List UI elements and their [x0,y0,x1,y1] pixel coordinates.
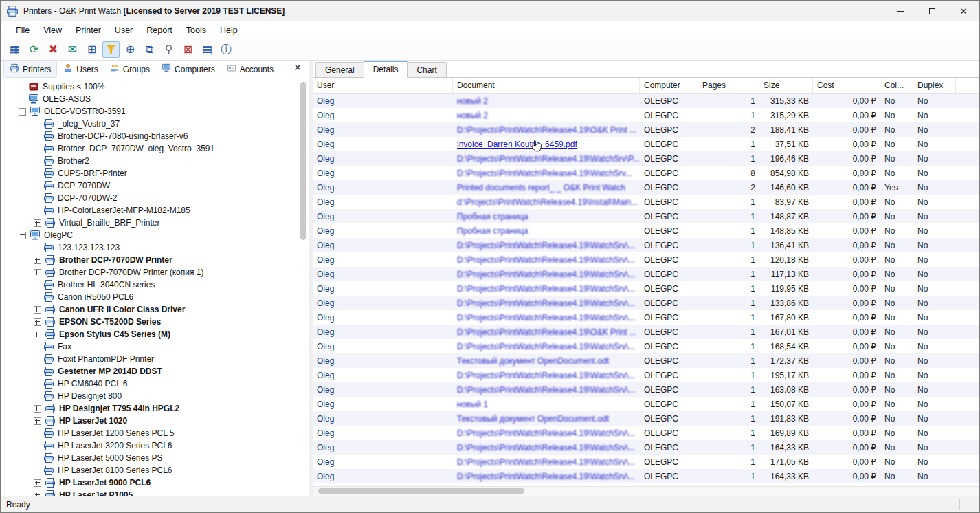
table-row[interactable]: OlegТекстовый документ OpenDocument.odtO… [313,411,979,426]
expand-plus-icon[interactable] [34,318,41,326]
close-button[interactable]: ✕ [948,1,979,21]
tree-item-123-123-123-123[interactable]: 123.123.123.123 [1,241,309,254]
tree-item-hp-designjet-800[interactable]: HP Designjet 800 [1,390,309,402]
tree-item-cups-brf-printer[interactable]: CUPS-BRF-Printer [1,167,309,179]
tree-item-canon-ufr-ii-color-class-driver[interactable]: Canon UFR II Color Class Driver [1,303,309,316]
column-header-user[interactable]: User [313,78,453,93]
tab-computers[interactable]: Computers [156,61,221,77]
table-row[interactable]: OlegD:\Projects\PrintWatch\Release4.19\W… [313,382,979,397]
table-row[interactable]: Olegd:\Projects\PrintWatch\Release4.19\I… [313,195,979,209]
preview-report-icon[interactable]: ▤ [199,41,216,58]
table-row[interactable]: OlegPrinted documents report_ _ O&K Prin… [313,180,979,195]
tab-printers[interactable]: Printers [3,61,57,78]
tree-item-dcp-7070dw[interactable]: DCP-7070DW [1,179,309,192]
tree-item-hp-laserjet-8100-series-pcl6[interactable]: HP LaserJet 8100 Series PCL6 [1,464,309,477]
tree-item-epson-stylus-c45-series-m[interactable]: Epson Stylus C45 Series (M) [1,328,309,340]
tree-item-brother-dcp-7070dw-oleg-vostro-3591[interactable]: Brother_DCP_7070DW_oleg_Vostro_3591 [1,142,309,155]
tree-item-epson-sc-t5200d-series[interactable]: EPSON SC-T5200D Series [1,316,309,328]
table-row[interactable]: OlegD:\Projects\PrintWatch\Release4.19\W… [313,151,979,166]
expand-plus-icon[interactable] [34,405,41,413]
table-row[interactable]: OlegПробная страницаOLEGPC1148,87 KB0,00… [313,209,979,223]
menu-item-user[interactable]: User [108,23,140,38]
tab-accounts[interactable]: Accounts [221,61,279,77]
tree-item-brother-dcp-7070dw-printer-1[interactable]: Brother DCP-7070DW Printer (копия 1) [1,266,309,279]
table-row[interactable]: OlegD:\Projects\PrintWatch\Release4.19\W… [313,252,979,267]
table-row[interactable]: OlegПробная страницаOLEGPC1148,85 KB0,00… [313,223,979,238]
tab-groups[interactable]: Groups [104,61,155,77]
tree-item-hp-designjet-t795-44in-hpgl2[interactable]: HP Designjet T795 44in HPGL2 [1,402,309,415]
filter-icon[interactable] [102,41,120,58]
tab-chart[interactable]: Chart [407,62,446,77]
settings-icon[interactable]: ⊞ [83,41,100,58]
table-row[interactable]: OlegТекстовый документ OpenDocument.odtO… [313,353,979,368]
clear-report-icon[interactable]: ⊠ [179,41,197,58]
web-interface-icon[interactable]: ⊕ [122,41,139,58]
tree-item-hp-laserjet-5000-series-ps[interactable]: HP LaserJet 5000 Series PS [1,452,309,464]
column-header-duplex[interactable]: Duplex [913,78,956,93]
tree-item-fax[interactable]: Fax [1,340,309,353]
maximize-button[interactable] [916,1,948,21]
search-icon[interactable]: ⚲ [160,41,177,58]
expand-plus-icon[interactable] [34,219,41,227]
table-row[interactable]: OlegD:\Projects\PrintWatch\Release4.19\W… [313,469,979,483]
about-icon[interactable]: ⓘ [218,41,235,58]
tree-item-brother-hl-3040cn-series[interactable]: Brother HL-3040CN series [1,279,309,291]
table-row[interactable]: Olegновый 1OLEGPC1150,07 KB0,00 ₽NoNo [313,397,979,411]
tree-item-virtual-braille-brf-printer[interactable]: Virtual_Braille_BRF_Printer [1,217,309,229]
menu-item-printer[interactable]: Printer [69,23,108,38]
tree-item-hp-laserjet-1200-series-pcl-5[interactable]: HP LaserJet 1200 Series PCL 5 [1,427,309,439]
column-header-size[interactable]: Size [759,78,813,93]
tree-item-hp-laserjet-1020[interactable]: HP LaserJet 1020 [1,415,309,427]
table-row[interactable]: OlegD:\Projects\PrintWatch\Release4.19\W… [313,238,979,252]
column-header-pages[interactable]: Pages [698,78,759,93]
expand-plus-icon[interactable] [34,306,41,314]
minimize-button[interactable] [884,1,916,21]
table-row[interactable]: Oleginvoice_Darren Koutris_6459.pdfOLEGP… [313,137,979,151]
tree-item-oleg-vostro-3591[interactable]: OLEG-VOSTRO-3591 [1,105,309,118]
menu-item-file[interactable]: File [9,23,36,38]
column-header-document[interactable]: Document [453,78,640,93]
tab-users[interactable]: Users [58,61,103,77]
refresh-icon[interactable]: ⟳ [25,41,43,58]
collapse-minus-icon[interactable] [19,108,26,116]
tab-details[interactable]: Details [364,61,408,78]
table-row[interactable]: OlegD:\Projects\PrintWatch\Release4.19\W… [313,281,979,296]
tree-scrollbar-thumb[interactable] [300,82,306,240]
table-row[interactable]: OlegD:\Projects\PrintWatch\Release4.19\W… [313,166,979,180]
tree-item-canon-ir5050-pcl6[interactable]: Canon iR5050 PCL6 [1,291,309,303]
table-row[interactable]: OlegD:\Projects\PrintWatch\Release4.19\O… [313,325,979,339]
table-row[interactable]: OlegD:\Projects\PrintWatch\Release4.19\W… [313,310,979,325]
collapse-minus-icon[interactable] [19,232,26,239]
menu-item-tools[interactable]: Tools [179,23,213,38]
tree-item-hp-laserjet-9000-pcl6[interactable]: HP LaserJet 9000 PCL6 [1,477,309,489]
table-row[interactable]: OlegD:\Projects\PrintWatch\Release4.19\W… [313,455,979,469]
menu-item-report[interactable]: Report [140,23,179,38]
table-row[interactable]: OlegD:\Projects\PrintWatch\Release4.19\W… [313,267,979,281]
table-row[interactable]: OlegD:\Projects\PrintWatch\Release4.19\W… [313,440,979,455]
tree-item-hp-laserjet-p1005[interactable]: HP LaserJet P1005 [1,489,309,496]
expand-plus-icon[interactable] [34,479,41,487]
tree-item-foxit-phantompdf-printer[interactable]: Foxit PhantomPDF Printer [1,353,309,365]
tree-item-oleg-asus[interactable]: OLEG-ASUS [1,93,309,105]
menu-item-help[interactable]: Help [213,23,245,38]
column-header-computer[interactable]: Computer [640,78,698,93]
tree-item-brother-dcp-7080-using-brlaser-v6[interactable]: Brother-DCP-7080-using-brlaser-v6 [1,130,309,142]
table-horizontal-scrollbar-thumb[interactable] [318,488,524,494]
delete-icon[interactable]: ✖ [45,41,62,58]
expand-plus-icon[interactable] [34,269,41,276]
column-header-col[interactable]: Col... [880,78,913,93]
copy-icon[interactable]: ⧉ [141,41,158,58]
table-row[interactable]: OlegD:\Projects\PrintWatch\Release4.19\W… [313,368,979,382]
tree-item-hp-cm6040-pcl-6[interactable]: HP CM6040 PCL 6 [1,378,309,390]
table-row[interactable]: OlegD:\Projects\PrintWatch\Release4.19\W… [313,339,979,353]
printers-pane-icon[interactable]: ▦ [6,41,23,58]
column-header-cost[interactable]: Cost [813,78,880,93]
tree-item-oleg-vostro-37[interactable]: _oleg_Vostro_37 [1,118,309,130]
table-row[interactable]: Olegновый 2OLEGPC1315,33 KB0,00 ₽NoNo [313,94,979,108]
table-row[interactable]: OlegD:\Projects\PrintWatch\Release4.19\W… [313,426,979,440]
cell-document[interactable]: invoice_Darren Koutris_6459.pdf [453,140,640,149]
email-report-icon[interactable]: ✉ [64,41,81,58]
expand-plus-icon[interactable] [34,256,41,264]
tree-item-supplies-100[interactable]: Supplies < 100% [1,80,309,93]
tree-item-brother2[interactable]: Brother2 [1,155,309,167]
